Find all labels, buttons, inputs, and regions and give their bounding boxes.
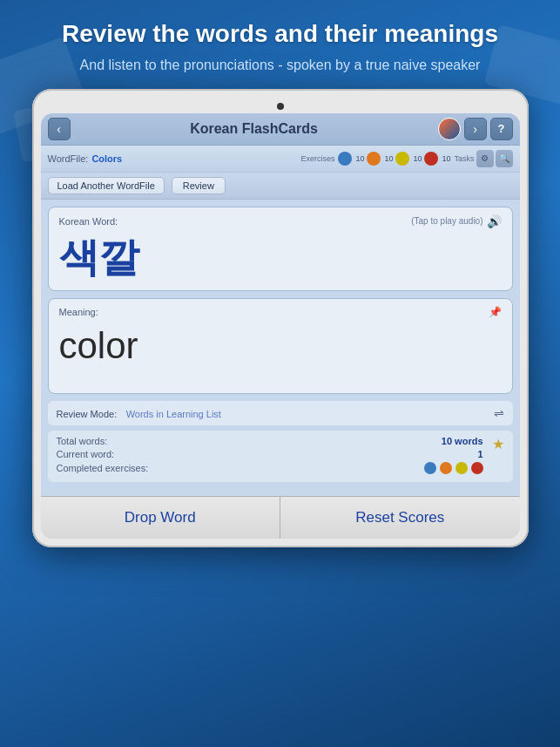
- page-subtitle: And listen to the pronunciations - spoke…: [62, 56, 498, 75]
- review-mode-label: Review Mode:: [57, 409, 118, 419]
- meaning-value: color: [59, 318, 502, 374]
- wordfile-row: WordFile: Colors Exercises 10 10 10 10: [41, 146, 520, 173]
- dot-orange: [367, 152, 381, 166]
- total-words-row: Total words: 10 words: [57, 436, 483, 446]
- profile-icon[interactable]: [438, 118, 461, 140]
- top-bar: ‹ Korean FlashCards › ?: [41, 113, 520, 146]
- dot-blue: [338, 152, 352, 166]
- korean-word-value: 색깔: [59, 232, 502, 283]
- dot-blue-count: 10: [355, 154, 364, 163]
- app-container: ‹ Korean FlashCards › ? WordFile: Colors…: [41, 113, 520, 539]
- load-wordfile-button[interactable]: Load Another WordFile: [48, 177, 165, 194]
- tasks-label: Tasks: [454, 154, 474, 163]
- forward-button[interactable]: ›: [464, 118, 487, 140]
- help-button[interactable]: ?: [490, 118, 513, 140]
- tap-audio-label: (Tap to play audio) 🔊: [411, 214, 501, 228]
- app-title: Korean FlashCards: [190, 121, 318, 137]
- completed-exercises-row: Completed exercises:: [57, 462, 483, 474]
- current-word-row: Current word: 1: [57, 449, 483, 459]
- dot-yellow: [395, 152, 409, 166]
- page-title: Review the words and their meanings: [62, 19, 498, 49]
- exercise-dots: 10 10 10 10: [338, 152, 450, 166]
- wordfile-name: Colors: [91, 153, 122, 164]
- bottom-buttons: Drop Word Reset Scores: [41, 496, 520, 539]
- korean-word-label-row: Korean Word: (Tap to play audio) 🔊: [59, 214, 502, 228]
- star-icon[interactable]: ★: [492, 436, 504, 452]
- buttons-row: Load Another WordFile Review: [41, 173, 520, 200]
- completed-dots: [424, 462, 483, 474]
- drop-word-button[interactable]: Drop Word: [41, 497, 281, 539]
- dot-red: [424, 152, 438, 166]
- exercises-label: Exercises: [300, 154, 334, 163]
- shuffle-icon[interactable]: ⇌: [494, 406, 504, 420]
- back-button[interactable]: ‹: [48, 118, 71, 140]
- main-content: Korean Word: (Tap to play audio) 🔊 색깔 Me…: [41, 200, 520, 496]
- review-mode-text: Review Mode: Words in Learning List: [57, 405, 221, 421]
- meaning-label: Meaning:: [59, 307, 98, 317]
- korean-word-box[interactable]: Korean Word: (Tap to play audio) 🔊 색깔: [48, 207, 513, 291]
- completed-label: Completed exercises:: [57, 463, 170, 473]
- completed-dot-yellow: [455, 462, 468, 474]
- stats-area: Total words: 10 words Current word: 1 Co…: [48, 431, 513, 482]
- completed-dot-orange: [440, 462, 452, 474]
- pin-icon: 📌: [489, 306, 502, 318]
- meaning-label-row: Meaning: 📌: [59, 306, 502, 318]
- device-frame: ‹ Korean FlashCards › ? WordFile: Colors…: [32, 89, 529, 547]
- total-words-label: Total words:: [57, 436, 170, 446]
- review-mode-bar: Review Mode: Words in Learning List ⇌: [48, 401, 513, 425]
- korean-word-label: Korean Word:: [59, 216, 118, 227]
- search-icon[interactable]: 🔍: [496, 150, 513, 167]
- meaning-box: Meaning: 📌 color: [48, 298, 513, 394]
- completed-dot-red: [471, 462, 483, 474]
- completed-dot-blue: [424, 462, 436, 474]
- reset-scores-button[interactable]: Reset Scores: [280, 497, 520, 539]
- dot-orange-count: 10: [384, 154, 393, 163]
- device-camera: [277, 103, 284, 110]
- device-screen: ‹ Korean FlashCards › ? WordFile: Colors…: [41, 113, 520, 539]
- review-button[interactable]: Review: [172, 177, 226, 194]
- review-mode-value: Words in Learning List: [126, 409, 221, 419]
- settings-icon[interactable]: ⚙: [476, 150, 494, 167]
- top-bar-right: › ?: [438, 118, 513, 140]
- dot-red-count: 10: [442, 154, 450, 163]
- current-word-label: Current word:: [57, 449, 170, 459]
- dot-yellow-count: 10: [413, 154, 422, 163]
- total-words-value: 10 words: [442, 436, 483, 446]
- wordfile-label: WordFile:: [48, 153, 89, 164]
